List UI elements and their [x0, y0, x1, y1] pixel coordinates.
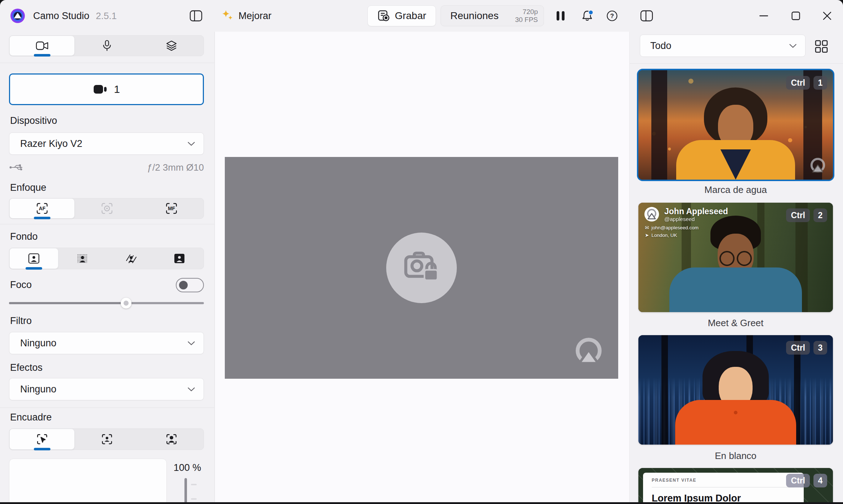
spotlight-slider[interactable] [9, 297, 204, 309]
frame-cursor-icon [36, 433, 49, 446]
usb-icon [9, 163, 26, 172]
divider [0, 408, 214, 408]
preset-label: En blanco [638, 450, 833, 462]
right-panel: Todo [629, 32, 843, 504]
chevron-down-icon [789, 43, 797, 49]
preset-label: Meet & Greet [638, 318, 833, 329]
divider [630, 63, 843, 64]
microphone-icon [102, 40, 112, 51]
slider-thumb[interactable] [121, 298, 131, 309]
meetings-label: Reuniones [450, 10, 499, 22]
active-framing-indicator [34, 448, 50, 450]
enhance-button[interactable]: Mejorar [222, 0, 272, 32]
minimize-icon [759, 15, 768, 17]
shortcut-modifier-badge: Ctrl [786, 208, 810, 222]
framing-person-button[interactable] [75, 429, 139, 450]
tab-microphone[interactable] [75, 36, 139, 56]
overlay-name: John Appleseed [664, 207, 728, 216]
left-panel-toggle-button[interactable] [187, 7, 205, 24]
layers-icon [166, 40, 177, 51]
slide-kicker: PRAESENT VITAE [652, 478, 696, 483]
maximize-button[interactable] [787, 7, 804, 24]
zoom-slider[interactable] [184, 478, 187, 504]
right-panel-toggle-button[interactable] [638, 7, 655, 24]
device-dropdown[interactable]: Razer Kiyo V2 [9, 132, 204, 155]
focus-af-button[interactable]: AF [9, 198, 75, 219]
focus-spot-button[interactable] [75, 198, 139, 219]
effects-value: Ninguno [20, 384, 57, 395]
overlay-location: London, UK [651, 233, 677, 238]
effects-dropdown[interactable]: Ninguno [9, 378, 204, 400]
zoom-tick [191, 498, 197, 500]
camera-selector[interactable]: 1 [9, 73, 204, 105]
source-tabs [9, 35, 204, 56]
titlebar: Camo Studio 2.5.1 Mejorar [0, 0, 843, 32]
background-label: Fondo [10, 231, 38, 242]
name-card-overlay: John Appleseed @appleseed ✉ john@applese… [643, 206, 728, 238]
filter-dropdown[interactable]: Ninguno [9, 332, 204, 354]
panel-right-icon [640, 10, 653, 22]
focus-mf-button[interactable]: MF [139, 198, 204, 219]
blur-person-icon [124, 253, 138, 264]
shortcut-modifier-badge: Ctrl [786, 76, 810, 90]
framing-preview[interactable] [9, 459, 167, 504]
af-brackets-icon: AF [36, 202, 49, 215]
app-logo-icon [10, 0, 25, 32]
toggle-knob [179, 281, 188, 289]
spot-focus-icon [101, 202, 113, 215]
maximize-icon [791, 12, 800, 20]
tab-camera[interactable] [9, 36, 75, 56]
zoom-value: 100 % [166, 462, 208, 473]
record-label: Grabar [395, 10, 426, 22]
chevron-down-icon [187, 141, 196, 147]
camo-watermark-icon [572, 336, 605, 370]
slide-mockup: PRAESENT VITAE Lorem Ipsum Dolor [643, 473, 804, 504]
camo-watermark-icon [808, 157, 827, 176]
background-replace-button[interactable] [155, 248, 204, 269]
close-icon [823, 12, 831, 20]
overlay-email: john@appleseed.com [651, 225, 699, 230]
shortcut-modifier-badge: Ctrl [786, 474, 810, 487]
app-title: Camo Studio 2.5.1 [33, 0, 117, 32]
framing-manual-button[interactable] [9, 429, 75, 450]
preset-card-slide[interactable]: PRAESENT VITAE Lorem Ipsum Dolor Ctrl 4 [638, 468, 833, 504]
collection-filter-dropdown[interactable]: Todo [640, 35, 806, 57]
stream-format: 720p 30 FPS [515, 8, 538, 24]
camera-filled-icon [93, 84, 108, 95]
preset-card-meet-and-greet[interactable]: John Appleseed @appleseed ✉ john@applese… [638, 203, 833, 312]
record-button[interactable]: Grabar [367, 5, 436, 26]
camera-locked-placeholder [386, 233, 457, 303]
close-button[interactable] [819, 7, 836, 24]
af-label: AF [39, 206, 45, 211]
email-icon: ✉ [645, 225, 649, 230]
preset-card-marca-de-agua[interactable]: Ctrl 1 [638, 70, 833, 180]
overlay-handle: @appleseed [664, 216, 728, 222]
effects-label: Efectos [10, 362, 43, 373]
shortcut-badges: Ctrl 3 [786, 341, 827, 355]
preset-card-en-blanco[interactable]: Ctrl 3 [638, 335, 833, 445]
spotlight-toggle[interactable] [176, 278, 204, 292]
background-none-button[interactable] [9, 248, 58, 269]
app-title-text: Camo Studio [33, 10, 89, 22]
grid-view-button[interactable] [813, 38, 830, 55]
meetings-button[interactable]: Reuniones 720p 30 FPS [441, 5, 544, 26]
pixelate-person-icon [76, 253, 89, 264]
background-pixelate-button[interactable] [58, 248, 107, 269]
notifications-button[interactable] [579, 7, 596, 24]
tab-layers[interactable] [139, 36, 204, 56]
minimize-button[interactable] [755, 7, 772, 24]
shortcut-key-badge: 2 [813, 208, 827, 222]
shortcut-key-badge: 1 [813, 76, 827, 90]
zoom-tick [191, 484, 197, 485]
help-glyph: ? [610, 13, 614, 19]
framing-portrait-button[interactable] [139, 429, 204, 450]
grid-2x2-icon [815, 40, 828, 53]
framing-label: Encuadre [10, 412, 52, 423]
help-button[interactable]: ? [603, 7, 621, 24]
video-preview [225, 157, 618, 379]
slide-rule [652, 487, 794, 487]
background-blur-button[interactable] [107, 248, 155, 269]
spotlight-label: Foco [10, 279, 32, 291]
active-tab-indicator [34, 54, 50, 57]
pause-button[interactable] [552, 7, 569, 24]
